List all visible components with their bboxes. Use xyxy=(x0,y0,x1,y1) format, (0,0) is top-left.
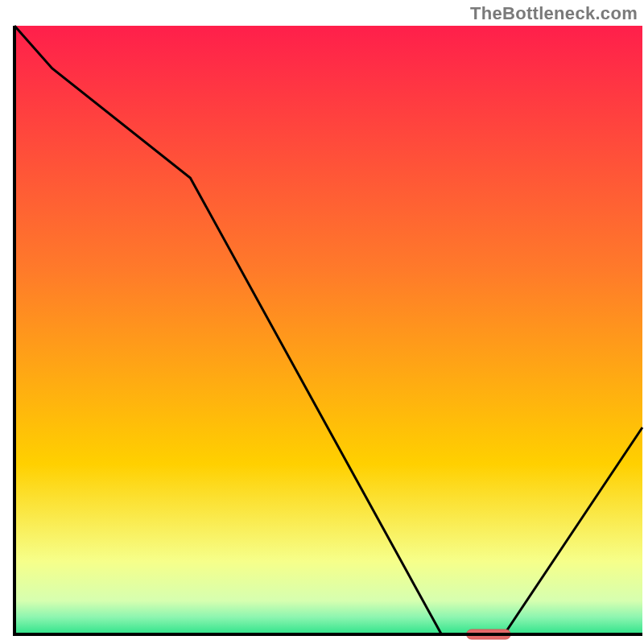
bottleneck-chart xyxy=(0,0,644,644)
chart-plot-area xyxy=(14,26,642,634)
